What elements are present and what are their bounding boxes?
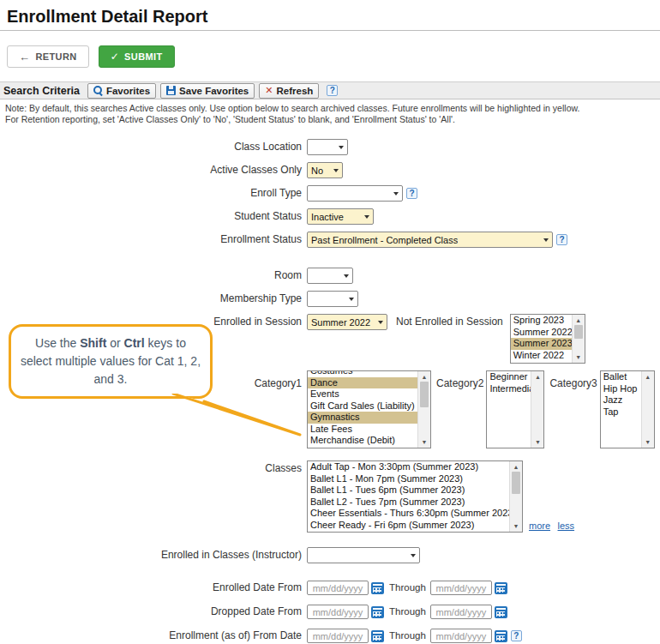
scrollbar[interactable]: ▲ ▼ <box>572 315 585 363</box>
scroll-down-icon[interactable]: ▼ <box>531 437 543 447</box>
enroll-type-select[interactable] <box>307 185 403 202</box>
scrollbar-thumb[interactable] <box>512 472 520 494</box>
list-option[interactable]: Gymnastics <box>308 412 417 424</box>
room-label: Room <box>0 268 307 284</box>
callout-bubble: Use the Shift or Ctrl keys to select mul… <box>9 324 213 399</box>
dropdown-arrow-icon <box>339 146 344 149</box>
calendar-icon[interactable] <box>371 606 384 618</box>
category3-listbox[interactable]: BalletHip HopJazzTap ▲ ▼ <box>600 370 655 448</box>
list-option[interactable]: Adult Tap - Mon 3:30pm (Summer 2023) <box>308 461 509 473</box>
scroll-up-icon[interactable]: ▲ <box>573 316 585 325</box>
list-option[interactable]: Winter 2022 <box>511 350 572 362</box>
scrollbar[interactable]: ▲ ▼ <box>417 371 430 448</box>
category2-listbox[interactable]: BeginnerIntermediate ▲ ▼ <box>486 370 544 448</box>
calendar-icon[interactable] <box>371 582 384 594</box>
scroll-up-icon[interactable]: ▲ <box>510 462 522 472</box>
page-title: Enrollment Detail Report <box>7 7 660 27</box>
enrolled-date-from-input[interactable] <box>307 581 369 595</box>
list-option[interactable]: Merchandise (Debit) <box>308 435 417 447</box>
classes-listbox[interactable]: Adult Tap - Mon 3:30pm (Summer 2023)Ball… <box>307 460 523 533</box>
scroll-down-icon[interactable]: ▼ <box>642 437 654 447</box>
scroll-down-icon[interactable]: ▼ <box>573 352 585 362</box>
divider <box>0 30 660 31</box>
enrolled-date-from-label: Enrolled Date From <box>0 580 307 596</box>
return-button[interactable]: ← RETURN <box>7 45 89 68</box>
list-option[interactable]: Late Fees <box>308 424 417 436</box>
dropdown-arrow-icon <box>349 298 354 301</box>
enrolled-date-to-input[interactable] <box>430 581 492 595</box>
scroll-up-icon[interactable]: ▲ <box>642 372 654 382</box>
list-option[interactable]: Ballet <box>601 371 641 383</box>
favorites-button-label: Favorites <box>106 86 150 96</box>
favorites-button[interactable]: Favorites <box>87 83 156 99</box>
calendar-icon[interactable] <box>495 582 507 594</box>
scroll-up-icon[interactable]: ▲ <box>418 372 430 382</box>
list-option[interactable]: Cheer Ready - Fri 6pm (Summer 2023) <box>308 520 509 532</box>
category3-label: Category3 <box>544 370 599 392</box>
dropdown-arrow-icon <box>378 321 383 324</box>
list-option[interactable]: Ballet L1 - Mon 7pm (Summer 2023) <box>308 473 509 485</box>
enroll-type-label: Enroll Type <box>0 185 307 202</box>
scrollbar-thumb[interactable] <box>574 325 583 339</box>
instructor-select[interactable] <box>307 547 420 563</box>
list-option[interactable]: Events <box>308 388 417 400</box>
dropdown-arrow-icon <box>333 169 339 172</box>
save-favorites-button[interactable]: Save Favorites <box>160 83 255 99</box>
refresh-button-label: Refresh <box>276 86 313 96</box>
scrollbar[interactable]: ▲ ▼ <box>509 461 522 532</box>
list-option[interactable]: Summer 2023 <box>511 338 572 350</box>
list-option[interactable]: Gift Card Sales (Liability) <box>308 400 417 412</box>
submit-button[interactable]: ✓ SUBMIT <box>99 45 175 68</box>
list-option[interactable]: Summer 2022 <box>511 327 572 339</box>
list-option[interactable]: Spring 2023 <box>511 315 572 327</box>
list-option[interactable]: Dance <box>308 377 417 389</box>
scroll-up-icon[interactable]: ▲ <box>531 372 543 382</box>
list-option[interactable]: Hip Hop <box>601 383 641 395</box>
list-option[interactable]: Cheer Essentials - Thurs 6:30pm (Summer … <box>308 508 509 520</box>
not-enrolled-in-session-listbox[interactable]: Spring 2023Summer 2022Summer 2023Winter … <box>510 314 585 364</box>
dropdown-arrow-icon <box>364 215 369 219</box>
scrollbar[interactable]: ▲ ▼ <box>531 371 543 448</box>
scroll-down-icon[interactable]: ▼ <box>510 521 522 531</box>
scroll-down-icon[interactable]: ▼ <box>418 437 430 447</box>
enrollment-asof-to-input[interactable] <box>430 629 492 643</box>
search-criteria-help-icon[interactable]: ? <box>327 85 338 96</box>
membership-type-select[interactable] <box>307 291 358 307</box>
less-link[interactable]: less <box>558 521 575 531</box>
list-option[interactable]: Ballet L2 - Tues 7pm (Summer 2023) <box>308 497 509 509</box>
calendar-icon[interactable] <box>371 630 384 642</box>
save-icon <box>166 86 176 95</box>
student-status-select[interactable]: Inactive <box>307 208 374 225</box>
enroll-type-help-icon[interactable]: ? <box>406 188 417 199</box>
list-option[interactable]: Beginner <box>487 371 531 383</box>
enrolled-in-session-select[interactable]: Summer 2022 <box>307 314 387 330</box>
dropdown-arrow-icon <box>543 238 549 242</box>
scrollbar[interactable]: ▲ ▼ <box>641 371 654 448</box>
list-option[interactable]: Ballet L1 - Tues 6pm (Summer 2023) <box>308 485 509 497</box>
dropped-date-to-input[interactable] <box>430 605 492 619</box>
category1-listbox[interactable]: CostumesDanceEventsGift Card Sales (Liab… <box>307 370 431 448</box>
dropped-date-from-input[interactable] <box>307 605 369 619</box>
active-classes-only-select[interactable]: No <box>307 162 343 178</box>
room-select[interactable] <box>307 268 353 284</box>
list-option[interactable]: Jazz <box>601 394 641 406</box>
more-link[interactable]: more <box>529 521 550 531</box>
note-line-1: Note: By default, this searches Active c… <box>5 103 660 114</box>
enrollment-detail-report-page: Enrollment Detail Report ← RETURN ✓ SUBM… <box>0 0 660 644</box>
calendar-icon[interactable] <box>495 606 507 618</box>
enrollment-asof-from-input[interactable] <box>307 629 369 643</box>
callout-text: Use the <box>35 336 80 350</box>
through-label: Through <box>389 605 426 619</box>
calendar-icon[interactable] <box>495 630 507 642</box>
scrollbar-thumb[interactable] <box>420 382 429 407</box>
class-location-select[interactable] <box>307 139 348 155</box>
refresh-button[interactable]: ✕ Refresh <box>259 83 319 99</box>
list-option[interactable]: Intermediate <box>487 383 531 395</box>
dropped-date-from-label: Dropped Date From <box>0 604 307 620</box>
classes-label: Classes <box>0 460 307 477</box>
enrollment-asof-help-icon[interactable]: ? <box>511 630 522 641</box>
list-option[interactable]: Tap <box>601 406 641 418</box>
enrollment-status-help-icon[interactable]: ? <box>556 234 567 245</box>
enrollment-status-select[interactable]: Past Enrollment - Completed Class <box>307 232 553 248</box>
callout-tail <box>170 394 307 441</box>
